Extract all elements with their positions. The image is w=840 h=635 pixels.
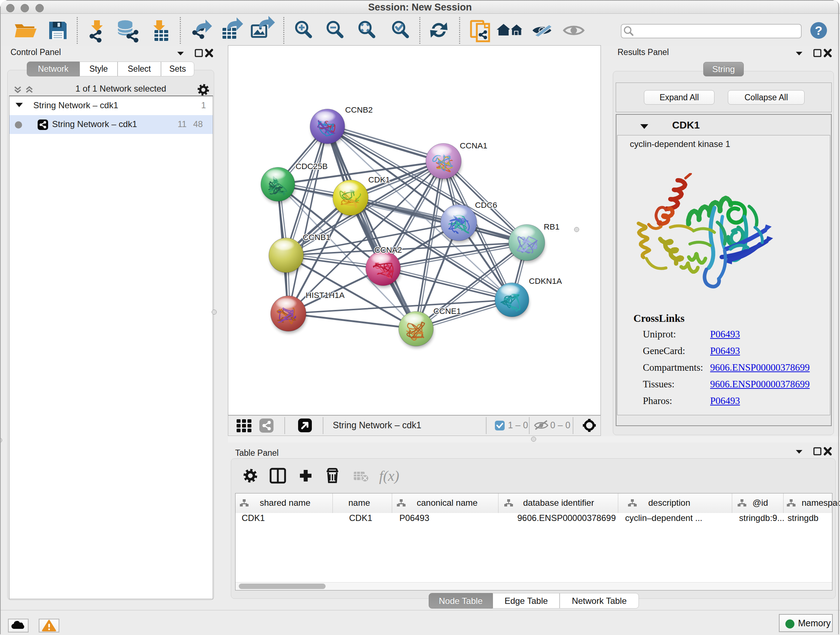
svg-text:?: ?	[815, 24, 823, 37]
svg-text:CCNA1: CCNA1	[460, 141, 487, 150]
svg-text:CDC25B: CDC25B	[295, 162, 328, 171]
svg-text:CCNA2: CCNA2	[374, 245, 402, 255]
svg-text:CDKN1A: CDKN1A	[529, 277, 562, 286]
svg-text:CCNB1: CCNB1	[303, 233, 330, 242]
svg-text:String Network – cdk1: String Network – cdk1	[333, 420, 422, 430]
svg-text:CDK1: CDK1	[368, 175, 390, 184]
svg-text:CCNB2: CCNB2	[345, 105, 373, 114]
svg-text:0 – 0: 0 – 0	[550, 420, 570, 430]
svg-text:HIST1H1A: HIST1H1A	[306, 291, 345, 300]
svg-text:f(x): f(x)	[379, 468, 399, 484]
svg-text:1 – 0: 1 – 0	[508, 420, 528, 430]
svg-text:RB1: RB1	[544, 222, 560, 231]
svg-text:CDC6: CDC6	[475, 201, 497, 210]
svg-text:CCNE1: CCNE1	[433, 307, 461, 316]
